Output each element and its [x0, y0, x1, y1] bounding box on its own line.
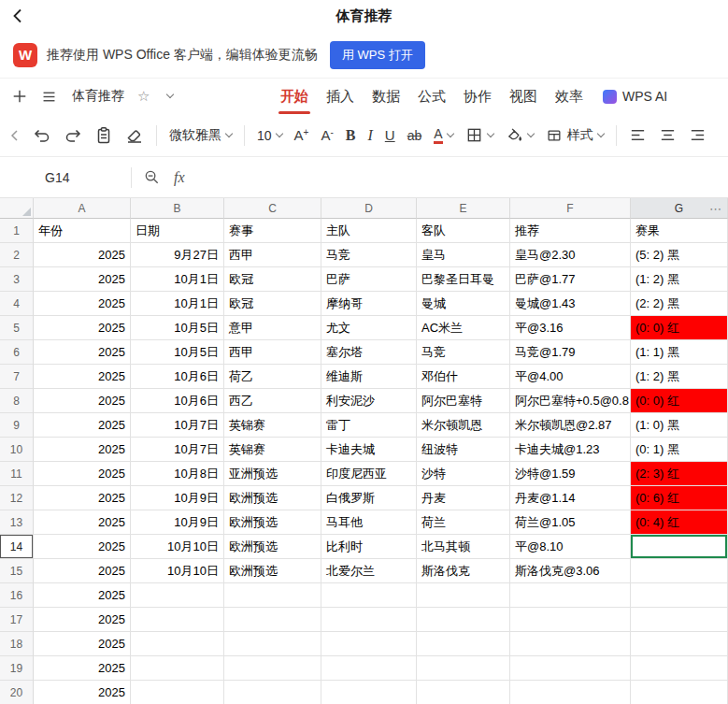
cell-G1[interactable]: 赛果: [631, 219, 728, 243]
row-header-3[interactable]: 3: [0, 267, 34, 292]
open-in-wps-button[interactable]: 用 WPS 打开: [330, 41, 425, 69]
document-title[interactable]: 体育推荐: [72, 88, 124, 105]
new-document-icon[interactable]: [11, 88, 28, 105]
cell-B6[interactable]: 10月5日: [131, 340, 224, 365]
cell-B10[interactable]: 10月7日: [131, 438, 224, 462]
cell-F10[interactable]: 卡迪夫城@1.23: [510, 438, 631, 462]
underline-button[interactable]: U: [385, 127, 395, 143]
cell-F15[interactable]: 斯洛伐克@3.06: [510, 559, 631, 583]
cell-B5[interactable]: 10月5日: [131, 316, 224, 340]
cell-C20[interactable]: [224, 681, 321, 704]
cell-A5[interactable]: 2025: [34, 316, 131, 340]
cell-F14[interactable]: 平@8.10: [510, 535, 631, 559]
cell-F16[interactable]: [510, 583, 631, 608]
cell-E8[interactable]: 阿尔巴塞特: [417, 389, 510, 413]
cell-A6[interactable]: 2025: [34, 340, 131, 365]
cell-A20[interactable]: 2025: [34, 681, 131, 704]
cell-G3[interactable]: (1: 2) 黑: [631, 267, 728, 292]
cell-E11[interactable]: 沙特: [417, 462, 510, 486]
column-header-a[interactable]: A: [34, 198, 131, 219]
row-header-2[interactable]: 2: [0, 243, 34, 267]
tab-collaborate[interactable]: 协作: [464, 79, 492, 114]
cell-C3[interactable]: 欧冠: [224, 267, 321, 292]
cell-A8[interactable]: 2025: [34, 389, 131, 413]
tab-formula[interactable]: 公式: [418, 79, 446, 114]
cell-F20[interactable]: [510, 681, 631, 704]
cell-B12[interactable]: 10月9日: [131, 486, 224, 510]
cell-B9[interactable]: 10月7日: [131, 413, 224, 438]
cell-E12[interactable]: 丹麦: [417, 486, 510, 510]
tab-view[interactable]: 视图: [509, 79, 537, 114]
cell-A3[interactable]: 2025: [34, 267, 131, 292]
cell-B3[interactable]: 10月1日: [131, 267, 224, 292]
cell-E15[interactable]: 斯洛伐克: [417, 559, 510, 583]
cell-C9[interactable]: 英锦赛: [224, 413, 321, 438]
cell-C1[interactable]: 赛事: [224, 219, 321, 243]
italic-button[interactable]: I: [367, 127, 372, 144]
cell-D5[interactable]: 尤文: [321, 316, 417, 340]
cell-F6[interactable]: 马竞@1.79: [510, 340, 631, 365]
cell-G15[interactable]: [631, 559, 728, 583]
cell-B17[interactable]: [131, 608, 224, 632]
cell-C15[interactable]: 欧洲预选: [224, 559, 321, 583]
cell-G17[interactable]: [631, 608, 728, 632]
cell-B7[interactable]: 10月6日: [131, 365, 224, 389]
cell-F9[interactable]: 米尔顿凯恩@2.87: [510, 413, 631, 438]
cell-D17[interactable]: [321, 608, 417, 632]
cell-F11[interactable]: 沙特@1.59: [510, 462, 631, 486]
cell-E10[interactable]: 纽波特: [417, 438, 510, 462]
cell-D13[interactable]: 马耳他: [321, 510, 417, 535]
cell-E7[interactable]: 邓伯什: [417, 365, 510, 389]
cell-E14[interactable]: 北马其顿: [417, 535, 510, 559]
cell-B15[interactable]: 10月10日: [131, 559, 224, 583]
paste-clipboard-button[interactable]: [94, 126, 113, 145]
cell-F2[interactable]: 皇马@2.30: [510, 243, 631, 267]
row-header-19[interactable]: 19: [0, 656, 34, 681]
tab-home[interactable]: 开始: [280, 79, 308, 114]
cell-E19[interactable]: [417, 656, 510, 681]
cell-G7[interactable]: (1: 2) 黑: [631, 365, 728, 389]
collapse-toolbar-icon[interactable]: [9, 128, 21, 143]
cell-B13[interactable]: 10月9日: [131, 510, 224, 535]
cell-B4[interactable]: 10月1日: [131, 292, 224, 316]
cell-F8[interactable]: 阿尔巴塞特+0.5@0.8: [510, 389, 631, 413]
row-header-14[interactable]: 14: [0, 535, 34, 559]
cell-D9[interactable]: 雷丁: [321, 413, 417, 438]
cell-D12[interactable]: 白俄罗斯: [321, 486, 417, 510]
align-right-button[interactable]: [689, 126, 707, 144]
fx-function-icon[interactable]: fx: [174, 169, 185, 186]
cell-B11[interactable]: 10月8日: [131, 462, 224, 486]
cell-A1[interactable]: 年份: [34, 219, 131, 243]
cell-A11[interactable]: 2025: [34, 462, 131, 486]
row-header-15[interactable]: 15: [0, 559, 34, 583]
cell-G20[interactable]: [631, 681, 728, 704]
cell-C10[interactable]: 英锦赛: [224, 438, 321, 462]
cell-A13[interactable]: 2025: [34, 510, 131, 535]
cell-B20[interactable]: [131, 681, 224, 704]
cell-B19[interactable]: [131, 656, 224, 681]
cell-A17[interactable]: 2025: [34, 608, 131, 632]
column-header-d[interactable]: D: [321, 198, 417, 219]
favorite-star-icon[interactable]: ☆: [137, 88, 150, 105]
cell-B18[interactable]: [131, 632, 224, 656]
cell-A14[interactable]: 2025: [34, 535, 131, 559]
borders-button[interactable]: [465, 126, 493, 144]
cell-G5[interactable]: (0: 0) 红: [631, 316, 728, 340]
cell-E1[interactable]: 客队: [417, 219, 510, 243]
cell-G10[interactable]: (0: 1) 黑: [631, 438, 728, 462]
column-header-e[interactable]: E: [417, 198, 510, 219]
cell-A15[interactable]: 2025: [34, 559, 131, 583]
cell-E4[interactable]: 曼城: [417, 292, 510, 316]
menu-hamburger-icon[interactable]: [41, 89, 57, 105]
cell-G2[interactable]: (5: 2) 黑: [631, 243, 728, 267]
cell-E16[interactable]: [417, 583, 510, 608]
cell-B2[interactable]: 9月27日: [131, 243, 224, 267]
cell-E3[interactable]: 巴黎圣日耳曼: [417, 267, 510, 292]
cell-G9[interactable]: (1: 0) 黑: [631, 413, 728, 438]
increase-font-button[interactable]: A+: [294, 127, 309, 143]
cell-C14[interactable]: 欧洲预选: [224, 535, 321, 559]
row-header-17[interactable]: 17: [0, 608, 34, 632]
cell-E18[interactable]: [417, 632, 510, 656]
row-header-11[interactable]: 11: [0, 462, 34, 486]
cell-D3[interactable]: 巴萨: [321, 267, 417, 292]
